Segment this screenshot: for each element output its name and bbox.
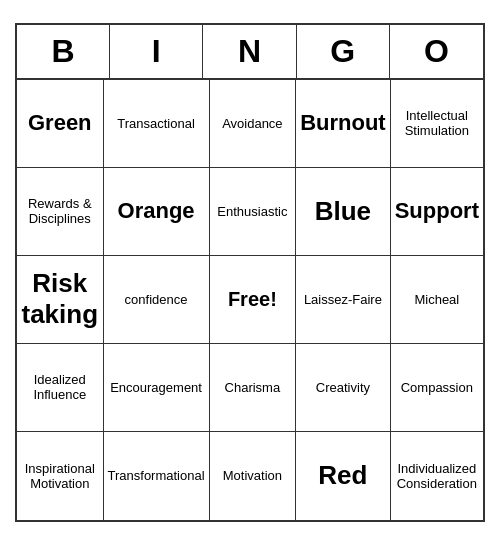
- bingo-cell-13: Laissez-Faire: [296, 256, 391, 344]
- bingo-cell-24: Individualized Consideration: [391, 432, 483, 520]
- bingo-cell-3: Burnout: [296, 80, 391, 168]
- bingo-card: BINGO GreenTransactionalAvoidanceBurnout…: [15, 23, 485, 522]
- bingo-cell-19: Compassion: [391, 344, 483, 432]
- bingo-cell-12: Free!: [210, 256, 297, 344]
- bingo-cell-2: Avoidance: [210, 80, 297, 168]
- bingo-cell-15: Idealized Influence: [17, 344, 104, 432]
- bingo-cell-1: Transactional: [104, 80, 210, 168]
- bingo-cell-6: Orange: [104, 168, 210, 256]
- bingo-header: BINGO: [17, 25, 483, 80]
- bingo-cell-7: Enthusiastic: [210, 168, 297, 256]
- bingo-cell-21: Transformational: [104, 432, 210, 520]
- bingo-cell-17: Charisma: [210, 344, 297, 432]
- bingo-cell-22: Motivation: [210, 432, 297, 520]
- bingo-cell-14: Micheal: [391, 256, 483, 344]
- bingo-cell-23: Red: [296, 432, 391, 520]
- bingo-cell-8: Blue: [296, 168, 391, 256]
- header-letter-n: N: [203, 25, 296, 78]
- header-letter-b: B: [17, 25, 110, 78]
- header-letter-i: I: [110, 25, 203, 78]
- bingo-cell-18: Creativity: [296, 344, 391, 432]
- bingo-cell-4: Intellectual Stimulation: [391, 80, 483, 168]
- bingo-cell-10: Risk taking: [17, 256, 104, 344]
- bingo-cell-16: Encouragement: [104, 344, 210, 432]
- bingo-cell-5: Rewards & Disciplines: [17, 168, 104, 256]
- header-letter-g: G: [297, 25, 390, 78]
- bingo-cell-9: Support: [391, 168, 483, 256]
- header-letter-o: O: [390, 25, 483, 78]
- bingo-cell-20: Inspirational Motivation: [17, 432, 104, 520]
- bingo-cell-0: Green: [17, 80, 104, 168]
- bingo-grid: GreenTransactionalAvoidanceBurnoutIntell…: [17, 80, 483, 520]
- bingo-cell-11: confidence: [104, 256, 210, 344]
